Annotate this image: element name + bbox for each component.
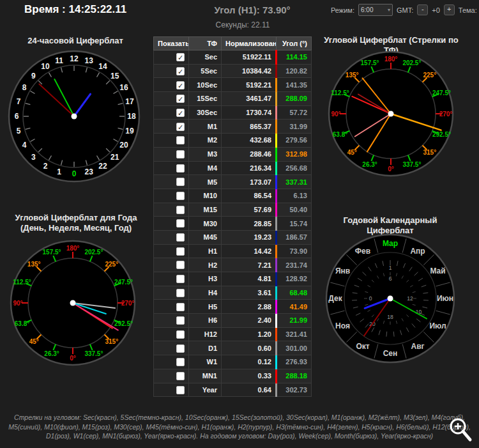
tf-cell: Year [189,383,222,397]
normalized-cell: 19.23 [222,230,277,244]
table-row-Sec: ✓Sec51922.11114.15 [154,50,312,65]
row-checkbox-D1[interactable] [176,344,185,353]
table-row-10Sec: ✓10Sec5192.21141.35 [154,78,312,92]
dial-label: 14 [98,62,107,71]
table-row-M10: M1086.546.13 [154,189,312,203]
table-row-W1: W10.12276.93 [154,355,312,369]
dial-label: 19 [125,127,134,135]
dial-label: 135° [27,261,41,268]
row-checkbox-30Sec[interactable]: ✓ [176,109,185,117]
show-cell [154,147,189,161]
normalized-cell: 14.42 [222,244,277,258]
normalized-cell: 4.81 [222,272,277,286]
row-checkbox-H12[interactable] [176,330,185,339]
dial-label: 45° [29,338,39,345]
normalized-cell: 865.37 [222,120,277,134]
tf-cell: M5 [189,175,222,189]
show-cell [154,189,189,203]
show-cell [154,341,189,355]
timeframe-table: Показать ТФ Нормализованное Угол (°) ✓Se… [153,36,312,397]
row-checkbox-M15[interactable] [176,206,185,214]
row-checkbox-M2[interactable] [176,136,185,144]
dial-center-dot [72,114,77,120]
show-cell [154,134,189,148]
normalized-cell: 432.68 [222,134,277,148]
table-row-M30: M3028.8515.74 [154,217,312,231]
row-checkbox-M5[interactable] [176,178,185,186]
dial-center-dot [388,296,393,302]
row-checkbox-M3[interactable] [176,150,185,158]
normalized-cell: 1.20 [222,327,277,341]
show-cell [154,258,189,272]
row-checkbox-Sec[interactable]: ✓ [176,53,185,61]
angle-cell: 312.98 [277,147,312,161]
show-cell [154,175,189,189]
dial-label: 12 [70,54,79,63]
tf-cell: Sec [189,50,222,65]
zoom-icon[interactable] [447,415,475,445]
dial-label: Мар [383,239,398,248]
dial-label: Авг [411,342,424,351]
dial-label: 157.5° [43,249,61,256]
angle-cell: 120.82 [277,64,312,78]
dial-label: 26.3° [44,350,59,357]
dial-label: 23 [85,167,94,176]
dial-label: 10 [41,62,50,71]
show-cell: ✓ [154,50,189,65]
table-row-M1: ✓M1865.3731.99 [154,120,312,134]
row-checkbox-H2[interactable] [176,261,185,269]
dial-label: 2 [43,162,48,171]
row-checkbox-M4[interactable] [176,164,185,173]
angle-cell: 31.99 [277,120,312,134]
dial-label: 17 [125,97,134,106]
mode-select[interactable]: 6:00 ▾ [358,4,393,16]
normalized-cell: 2.88 [222,300,277,314]
row-checkbox-M45[interactable] [176,233,185,242]
dial-label: 0° [388,166,394,173]
tf-cell: 5Sec [189,64,222,78]
dial-label: 270° [439,111,453,118]
normalized-cell: 5192.21 [222,78,277,92]
row-checkbox-Year[interactable] [176,386,185,394]
dial-label: 337.5° [402,161,421,168]
angle-cell: 50.40 [277,203,312,217]
table-row-H5: H52.8841.49 [154,300,312,314]
dial-label: 4 [22,141,27,150]
row-checkbox-10Sec[interactable]: ✓ [176,81,185,89]
current-time: Время : 14:25:22.11 [24,3,126,16]
show-cell: ✓ [154,105,189,120]
chevron-down-icon: ▾ [388,7,390,13]
col-show: Показать [154,37,189,50]
angle-cell: 68.48 [277,286,312,300]
dial-label: 11 [55,56,63,65]
table-row-M5: M5173.07337.31 [154,175,312,189]
gmt-minus-button[interactable]: - [417,4,428,15]
gmt-label: GMT: [397,6,413,14]
row-checkbox-H3[interactable] [176,275,185,283]
row-checkbox-M1[interactable]: ✓ [176,123,185,131]
show-cell [154,161,189,175]
normalized-cell: 7.21 [222,258,277,272]
gmt-plus-button[interactable]: + [444,4,455,15]
row-checkbox-H4[interactable] [176,289,185,297]
row-checkbox-H1[interactable] [176,247,185,256]
col-angle: Угол (°) [277,37,312,50]
tf-cell: M30 [189,217,222,231]
dial-label: 0° [70,355,76,362]
tf-cell: MN1 [189,369,222,383]
row-checkbox-H5[interactable] [176,303,185,311]
angle-cell: 41.49 [277,300,312,314]
tf-cell: M4 [189,161,222,175]
row-checkbox-M30[interactable] [176,219,185,228]
row-checkbox-M10[interactable] [176,192,185,200]
row-checkbox-W1[interactable] [176,358,185,366]
row-checkbox-H6[interactable] [176,316,185,325]
table-row-30Sec: ✓30Sec1730.7457.72 [154,105,312,120]
clock-24h: 12131415161718192021222301234567891011 [6,49,142,184]
row-checkbox-MN1[interactable] [176,372,185,380]
row-checkbox-5Sec[interactable]: ✓ [176,67,185,75]
table-row-H4: H43.6168.48 [154,286,312,300]
dial-label: 63.8° [15,320,29,327]
angle-cell: 276.93 [277,355,312,369]
row-checkbox-15Sec[interactable]: ✓ [176,95,185,103]
